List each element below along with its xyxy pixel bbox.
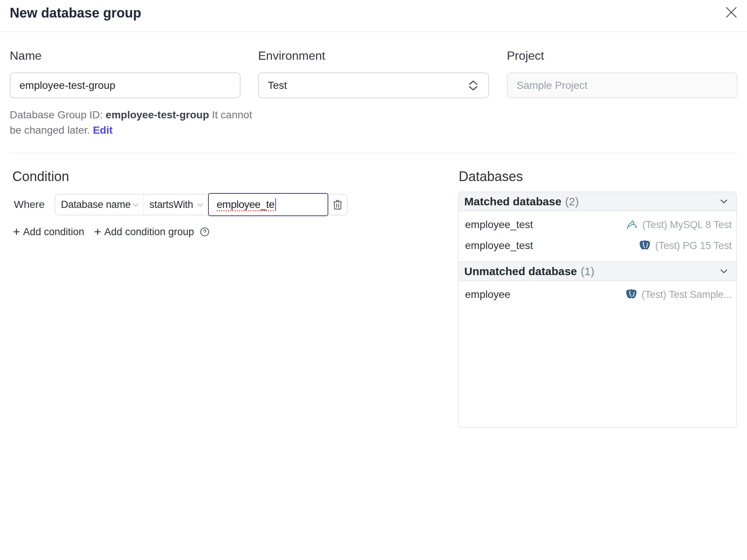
condition-operator-select[interactable]: startsWith — [149, 194, 193, 215]
name-field: Name employee-test-group — [10, 49, 241, 98]
group-id-value: employee-test-group — [106, 109, 209, 121]
group-id-helper: Database Group ID: employee-test-group I… — [10, 107, 256, 138]
text-cursor — [275, 198, 276, 211]
field-select-chevron-icon — [131, 200, 140, 210]
select-divider — [143, 195, 144, 215]
databases-panel: Matched database(2) employee_test (Test)… — [458, 192, 737, 428]
collapse-chevron-icon — [719, 266, 729, 277]
database-row[interactable]: employee (Test) Test Sample... — [459, 284, 736, 305]
operator-select-chevron-icon — [195, 200, 205, 210]
condition-actions: +Add condition +Add condition group — [13, 225, 210, 238]
matched-database-header[interactable]: Matched database(2) — [459, 192, 736, 211]
new-database-group-dialog: New database group Name employee-test-gr… — [0, 0, 747, 560]
delete-condition-icon[interactable] — [332, 199, 344, 211]
condition-value-input[interactable]: employee_te — [208, 193, 328, 216]
dialog-title: New database group — [10, 5, 141, 21]
header-divider — [0, 31, 747, 32]
postgresql-icon — [624, 288, 639, 301]
collapse-chevron-icon — [719, 196, 729, 207]
close-icon[interactable] — [724, 5, 738, 19]
databases-heading: Databases — [459, 169, 523, 184]
edit-link[interactable]: Edit — [93, 124, 113, 136]
matched-database-count: (2) — [565, 195, 579, 208]
unmatched-database-title: Unmatched database — [464, 265, 577, 277]
environment-label: Environment — [258, 49, 489, 63]
where-label: Where — [14, 194, 44, 215]
environment-field: Environment Test — [258, 49, 489, 98]
add-condition-group-button[interactable]: +Add condition group — [94, 225, 194, 238]
unmatched-database-count: (1) — [581, 265, 595, 277]
project-field: Project Sample Project — [507, 49, 738, 98]
postgresql-icon — [638, 239, 653, 252]
plus-icon: + — [13, 225, 20, 238]
matched-database-rows: employee_test (Test) MySQL 8 Test employ… — [459, 211, 736, 261]
matched-database-title: Matched database — [464, 195, 561, 208]
name-input[interactable]: employee-test-group — [10, 72, 241, 98]
mysql-icon — [626, 218, 639, 231]
select-updown-icon — [467, 80, 479, 91]
unmatched-database-header[interactable]: Unmatched database(1) — [459, 261, 736, 281]
add-condition-button[interactable]: +Add condition — [13, 225, 84, 238]
section-divider — [10, 153, 738, 153]
help-icon[interactable] — [199, 227, 210, 237]
project-label: Project — [507, 49, 738, 63]
environment-select[interactable]: Test — [258, 72, 489, 98]
unmatched-database-rows: employee (Test) Test Sample... — [459, 281, 736, 305]
name-label: Name — [10, 49, 241, 63]
database-row[interactable]: employee_test (Test) PG 15 Test — [459, 235, 736, 256]
project-input[interactable]: Sample Project — [507, 72, 738, 98]
condition-heading: Condition — [12, 169, 69, 184]
database-row[interactable]: employee_test (Test) MySQL 8 Test — [459, 214, 736, 235]
plus-icon: + — [94, 225, 101, 238]
condition-field-select[interactable]: Database name — [61, 194, 131, 215]
